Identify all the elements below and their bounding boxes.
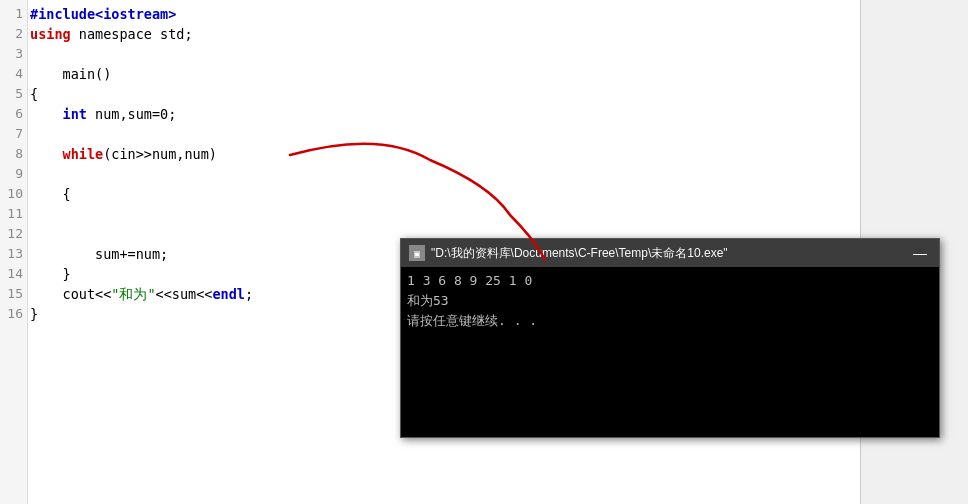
code-segment: } <box>30 306 38 322</box>
code-segment: #include<iostream> <box>30 6 176 22</box>
code-segment: main() <box>30 66 111 82</box>
code-line-11 <box>30 204 860 224</box>
line-number-8: 8 <box>0 144 27 164</box>
code-line-7 <box>30 124 860 144</box>
code-segment <box>30 106 63 122</box>
code-segment: cout <box>63 286 96 302</box>
line-number-6: 6 <box>0 104 27 124</box>
console-output-line: 1 3 6 8 9 25 1 0 <box>407 271 933 291</box>
console-titlebar: ▣ "D:\我的资料库\Documents\C-Free\Temp\未命名10.… <box>401 239 939 267</box>
line-number-9: 9 <box>0 164 27 184</box>
code-segment: (cin>>num,num) <box>103 146 217 162</box>
code-line-8: while(cin>>num,num) <box>30 144 860 164</box>
console-body: 1 3 6 8 9 25 1 0和为53请按任意键继续. . . <box>401 267 939 437</box>
line-numbers: 12345678910111213141516 <box>0 0 28 504</box>
code-segment: sum+=num; <box>30 246 168 262</box>
line-number-16: 16 <box>0 304 27 324</box>
line-number-5: 5 <box>0 84 27 104</box>
line-number-4: 4 <box>0 64 27 84</box>
line-number-12: 12 <box>0 224 27 244</box>
line-number-14: 14 <box>0 264 27 284</box>
console-window[interactable]: ▣ "D:\我的资料库\Documents\C-Free\Temp\未命名10.… <box>400 238 940 438</box>
code-segment: << <box>95 286 111 302</box>
line-number-1: 1 <box>0 4 27 24</box>
console-title-text: "D:\我的资料库\Documents\C-Free\Temp\未命名10.ex… <box>431 245 728 262</box>
console-app-icon: ▣ <box>409 245 425 261</box>
code-line-5: { <box>30 84 860 104</box>
code-line-2: using namespace std; <box>30 24 860 44</box>
code-line-3 <box>30 44 860 64</box>
console-close-button[interactable]: — <box>909 246 931 260</box>
code-line-4: main() <box>30 64 860 84</box>
code-segment: endl <box>212 286 245 302</box>
line-number-13: 13 <box>0 244 27 264</box>
code-segment: num,sum=0; <box>87 106 176 122</box>
code-line-1: #include<iostream> <box>30 4 860 24</box>
code-segment: "和为" <box>111 286 155 302</box>
code-segment <box>30 286 63 302</box>
code-line-10: { <box>30 184 860 204</box>
code-segment: { <box>30 186 71 202</box>
code-segment: { <box>30 86 38 102</box>
line-number-3: 3 <box>0 44 27 64</box>
code-segment: int <box>63 106 87 122</box>
code-segment: <<sum<< <box>156 286 213 302</box>
code-segment: using <box>30 26 71 42</box>
console-output-line: 请按任意键继续. . . <box>407 311 933 331</box>
console-title-left: ▣ "D:\我的资料库\Documents\C-Free\Temp\未命名10.… <box>409 245 728 262</box>
console-output-line: 和为53 <box>407 291 933 311</box>
code-segment: ; <box>245 286 253 302</box>
code-line-6: int num,sum=0; <box>30 104 860 124</box>
line-number-10: 10 <box>0 184 27 204</box>
line-number-2: 2 <box>0 24 27 44</box>
code-segment: while <box>63 146 104 162</box>
code-line-9 <box>30 164 860 184</box>
line-number-11: 11 <box>0 204 27 224</box>
code-segment: } <box>30 266 71 282</box>
line-number-15: 15 <box>0 284 27 304</box>
code-segment <box>30 146 63 162</box>
line-number-7: 7 <box>0 124 27 144</box>
code-segment: namespace std; <box>71 26 193 42</box>
